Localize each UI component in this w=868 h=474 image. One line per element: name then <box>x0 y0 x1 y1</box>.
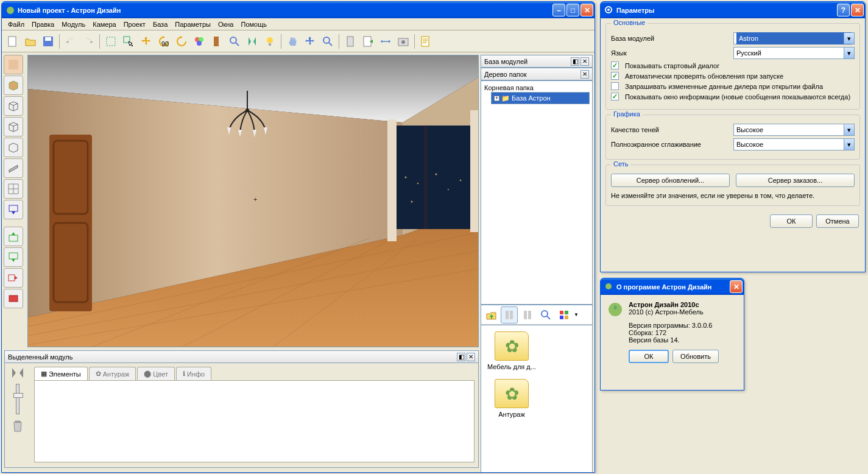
about-update-button[interactable]: Обновить <box>672 350 719 363</box>
viewport-3d[interactable]: + <box>27 55 479 347</box>
about-titlebar[interactable]: О программе Астрон Дизайн ✕ <box>601 278 744 295</box>
report-button[interactable] <box>417 33 434 50</box>
orbit-button[interactable] <box>302 33 319 50</box>
close-sel-icon[interactable]: ✕ <box>467 353 475 361</box>
right-red-icon[interactable] <box>4 268 23 288</box>
checkbox-dealer[interactable] <box>611 82 619 90</box>
redo-button[interactable] <box>80 33 97 50</box>
view-large-button[interactable] <box>501 306 518 324</box>
menu-windows[interactable]: Окна <box>214 19 238 29</box>
box-red-icon[interactable] <box>4 289 23 308</box>
select-button[interactable] <box>120 33 137 50</box>
checkbox-start[interactable]: ✓ <box>611 62 619 69</box>
combo-aa[interactable]: Высокое▾ <box>733 138 855 150</box>
chevron-down-icon[interactable]: ▾ <box>844 33 854 44</box>
up-folder-button[interactable] <box>482 306 499 324</box>
door-button[interactable] <box>208 33 225 50</box>
cube-wire3-icon[interactable] <box>4 138 23 157</box>
mirror-button[interactable] <box>244 33 261 50</box>
params-cancel-button[interactable]: Отмена <box>816 214 859 228</box>
thumb-entourage[interactable]: ✿ Антураж <box>487 379 536 418</box>
menu-camera[interactable]: Камера <box>89 19 119 29</box>
zoom2-button[interactable] <box>319 33 336 50</box>
fit-view-button[interactable] <box>102 33 119 50</box>
down-green-icon[interactable] <box>4 247 23 267</box>
new-button[interactable] <box>4 33 21 50</box>
dim-button[interactable] <box>377 33 394 50</box>
params-close-button[interactable]: ✕ <box>851 4 864 16</box>
chevron-down-icon[interactable]: ▾ <box>844 139 854 150</box>
export-button[interactable] <box>359 33 376 50</box>
light-button[interactable] <box>261 33 278 50</box>
save-button[interactable] <box>40 33 57 50</box>
checkbox-info[interactable]: ✓ <box>611 93 619 101</box>
view-small-button[interactable] <box>519 306 536 324</box>
close-button[interactable]: ✕ <box>580 4 593 16</box>
pin-icon[interactable]: ◧ <box>571 57 579 66</box>
menu-module[interactable]: Модуль <box>58 19 89 29</box>
combo-lang[interactable]: Русский▾ <box>733 47 855 59</box>
thumb-furniture[interactable]: ✿ Мебель для д... <box>487 331 536 370</box>
open-button[interactable] <box>22 33 39 50</box>
minimize-button[interactable]: – <box>552 4 565 16</box>
wall-tool[interactable] <box>4 55 23 74</box>
menu-params[interactable]: Параметры <box>171 19 214 29</box>
search-thumb-button[interactable] <box>537 306 554 324</box>
tab-elements[interactable]: ▦Элементы <box>34 367 88 380</box>
folder-tree[interactable]: Корневая папка + 📁 База Астрон <box>481 80 593 305</box>
cube-wire2-icon[interactable] <box>4 117 23 136</box>
menu-file[interactable]: Файл <box>4 19 28 29</box>
menu-help[interactable]: Помощь <box>237 19 270 29</box>
flip-icon[interactable] <box>10 367 25 379</box>
menu-project[interactable]: Проект <box>120 19 149 29</box>
tree-root[interactable]: Корневая папка <box>484 83 590 92</box>
menu-edit[interactable]: Правка <box>28 19 58 29</box>
tab-info[interactable]: ℹИнфо <box>176 367 211 380</box>
dropdown-icon[interactable]: ▼ <box>574 312 579 317</box>
tab-entourage[interactable]: ✿Антураж <box>89 367 136 380</box>
tree-header[interactable]: Дерево папок ✕ <box>481 68 593 80</box>
btn-ord-server[interactable]: Сервер заказов... <box>736 174 855 187</box>
trash-icon[interactable] <box>12 419 24 433</box>
main-titlebar[interactable]: Новый проект - Астрон Дизайн – □ ✕ <box>2 2 595 18</box>
close-panel-icon[interactable]: ✕ <box>580 57 589 66</box>
pan-button[interactable] <box>284 33 301 50</box>
selected-header[interactable]: Выделенный модуль ◧✕ <box>4 350 479 363</box>
snapshot-button[interactable] <box>395 33 412 50</box>
about-close-button[interactable]: ✕ <box>730 280 743 293</box>
chevron-down-icon[interactable]: ▾ <box>844 124 854 135</box>
menu-base[interactable]: База <box>149 19 171 29</box>
cube-solid-icon[interactable] <box>4 76 23 95</box>
rotate-button[interactable] <box>173 33 190 50</box>
tab-color[interactable]: ⬤Цвет <box>137 367 175 380</box>
close-tree-icon[interactable]: ✕ <box>580 70 589 79</box>
plane-tool[interactable] <box>4 158 23 178</box>
modules-header[interactable]: База модулей ◧✕ <box>481 55 593 68</box>
device-button[interactable] <box>342 33 359 50</box>
view-grid-button[interactable] <box>556 306 573 324</box>
up-green-icon[interactable] <box>4 227 23 246</box>
color-button[interactable] <box>191 33 208 50</box>
move-button[interactable] <box>138 33 155 50</box>
params-ok-button[interactable]: ОК <box>770 214 813 228</box>
expand-icon[interactable]: + <box>494 96 499 101</box>
thumb-grid[interactable]: ✿ Мебель для д... ✿ Антураж <box>481 325 593 473</box>
params-titlebar[interactable]: Параметры ? ✕ <box>601 2 865 18</box>
btn-upd-server[interactable]: Сервер обновлений... <box>611 174 730 187</box>
cube-wire1-icon[interactable] <box>4 96 23 116</box>
maximize-button[interactable]: □ <box>566 4 579 16</box>
combo-shadow[interactable]: Высокое▾ <box>733 124 855 136</box>
rotate90-button[interactable]: 90 <box>155 33 172 50</box>
chevron-down-icon[interactable]: ▾ <box>844 48 854 58</box>
about-ok-button[interactable]: ОК <box>629 350 669 363</box>
zoom-button[interactable] <box>226 33 243 50</box>
tree-item-astron[interactable]: + 📁 База Астрон <box>491 92 590 104</box>
undo-button[interactable] <box>62 33 79 50</box>
down-blue-icon[interactable] <box>4 200 23 219</box>
slider[interactable] <box>16 384 19 414</box>
pin2-icon[interactable]: ◧ <box>457 353 465 361</box>
checkbox-updates[interactable]: ✓ <box>611 72 619 80</box>
help-button[interactable]: ? <box>837 4 850 16</box>
grid-tool[interactable] <box>4 179 23 199</box>
combo-base[interactable]: Astron▾ <box>733 32 855 44</box>
